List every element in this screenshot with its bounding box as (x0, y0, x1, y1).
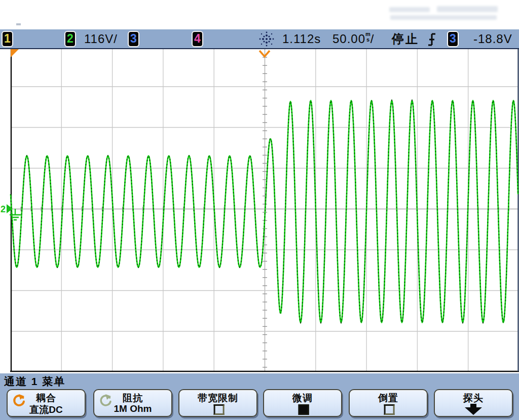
channel2-waveform (11, 101, 518, 323)
oscilloscope-screen: { "status_bar": { "ch1_label": "1", "ch2… (0, 0, 519, 420)
corner-trigger-flag (11, 49, 19, 57)
waveform-display: 2 (0, 0, 519, 420)
channel2-waveform-samples (11, 101, 518, 323)
svg-text:2: 2 (1, 204, 6, 214)
